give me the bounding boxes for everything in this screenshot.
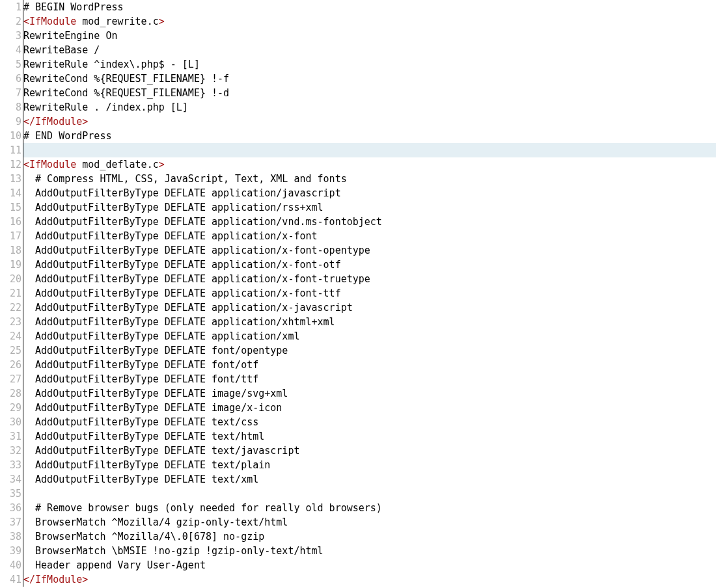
line-number: 26 [0,358,21,372]
line-number: 29 [0,401,21,415]
code-token: RewriteRule . /index.php [L] [23,101,188,113]
line-number: 4 [0,43,21,57]
code-line[interactable]: RewriteRule . /index.php [L] [23,100,716,114]
code-token: IfModule [29,159,76,170]
line-number: 32 [0,444,21,458]
code-token: RewriteRule ^index\.php$ - [L] [23,59,200,70]
code-line[interactable]: AddOutputFilterByType DEFLATE applicatio… [23,329,716,343]
code-line[interactable]: RewriteEngine On [23,29,716,43]
code-token: AddOutputFilterByType DEFLATE applicatio… [23,330,299,342]
line-number: 31 [0,429,21,444]
code-token: AddOutputFilterByType DEFLATE text/xml [23,474,258,485]
code-line[interactable]: BrowserMatch ^Mozilla/4\.0[678] no-gzip [23,529,716,544]
code-line[interactable]: <IfModule mod_deflate.c> [23,157,716,172]
code-line[interactable]: AddOutputFilterByType DEFLATE applicatio… [23,301,716,315]
code-line[interactable]: AddOutputFilterByType DEFLATE image/svg+… [23,386,716,401]
code-line[interactable]: AddOutputFilterByType DEFLATE font/otf [23,358,716,372]
code-token: AddOutputFilterByType DEFLATE text/css [23,416,258,428]
code-token: AddOutputFilterByType DEFLATE applicatio… [23,245,370,256]
code-area[interactable]: # BEGIN WordPress<IfModule mod_rewrite.c… [23,0,716,587]
code-token: AddOutputFilterByType DEFLATE applicatio… [23,187,341,199]
code-line[interactable]: AddOutputFilterByType DEFLATE applicatio… [23,229,716,243]
code-line[interactable]: AddOutputFilterByType DEFLATE font/opent… [23,343,716,358]
code-line[interactable]: AddOutputFilterByType DEFLATE image/x-ic… [23,401,716,415]
line-number: 21 [0,286,21,301]
line-number: 16 [0,215,21,229]
line-number: 37 [0,515,21,529]
code-line[interactable]: AddOutputFilterByType DEFLATE font/ttf [23,372,716,386]
code-token: BrowserMatch \bMSIE !no-gzip !gzip-only-… [23,545,324,557]
line-number: 22 [0,301,21,315]
code-token: BrowserMatch ^Mozilla/4 gzip-only-text/h… [23,516,288,528]
code-token: AddOutputFilterByType DEFLATE applicatio… [23,287,341,299]
code-token: AddOutputFilterByType DEFLATE text/html [23,431,264,442]
code-line[interactable]: <IfModule mod_rewrite.c> [23,14,716,29]
line-number: 3 [0,29,21,43]
code-line[interactable]: RewriteBase / [23,43,716,57]
code-line[interactable]: AddOutputFilterByType DEFLATE applicatio… [23,258,716,272]
line-number: 13 [0,172,21,186]
code-line[interactable]: </IfModule> [23,572,716,587]
code-token: AddOutputFilterByType DEFLATE applicatio… [23,302,353,314]
code-line[interactable]: # Remove browser bugs (only needed for r… [23,501,716,515]
code-line[interactable]: RewriteCond %{REQUEST_FILENAME} !-d [23,86,716,100]
line-number: 18 [0,243,21,258]
code-token: > [159,16,165,27]
code-token: AddOutputFilterByType DEFLATE text/javas… [23,445,299,457]
line-number: 12 [0,157,21,172]
code-token: IfModule [29,16,76,27]
code-line[interactable]: # Compress HTML, CSS, JavaScript, Text, … [23,172,716,186]
line-number: 11 [0,143,21,157]
code-line[interactable]: AddOutputFilterByType DEFLATE applicatio… [23,186,716,200]
code-token: > [159,159,165,170]
code-line[interactable]: AddOutputFilterByType DEFLATE applicatio… [23,272,716,286]
code-line[interactable]: BrowserMatch \bMSIE !no-gzip !gzip-only-… [23,544,716,558]
code-token: AddOutputFilterByType DEFLATE text/plain [23,459,270,471]
code-editor[interactable]: 1234567891011121314151617181920212223242… [0,0,716,587]
line-number: 14 [0,186,21,200]
code-line[interactable]: AddOutputFilterByType DEFLATE applicatio… [23,215,716,229]
line-number: 20 [0,272,21,286]
line-number: 7 [0,86,21,100]
line-number: 2 [0,14,21,29]
code-line[interactable]: AddOutputFilterByType DEFLATE applicatio… [23,200,716,215]
line-number: 25 [0,343,21,358]
code-line[interactable]: AddOutputFilterByType DEFLATE text/html [23,429,716,444]
code-line[interactable]: BrowserMatch ^Mozilla/4 gzip-only-text/h… [23,515,716,529]
code-token: RewriteEngine On [23,30,118,42]
line-number: 17 [0,229,21,243]
line-number: 28 [0,386,21,401]
code-token: AddOutputFilterByType DEFLATE font/otf [23,359,258,371]
code-line[interactable]: </IfModule> [23,114,716,129]
code-token: AddOutputFilterByType DEFLATE image/x-ic… [23,402,282,414]
code-line[interactable]: RewriteCond %{REQUEST_FILENAME} !-f [23,72,716,86]
code-line[interactable] [23,487,716,501]
code-token: RewriteCond %{REQUEST_FILENAME} !-f [23,73,229,85]
line-number: 39 [0,544,21,558]
code-line[interactable]: AddOutputFilterByType DEFLATE text/plain [23,458,716,472]
line-number: 27 [0,372,21,386]
code-line[interactable]: Header append Vary User-Agent [23,558,716,572]
code-token: AddOutputFilterByType DEFLATE image/svg+… [23,388,288,399]
code-line[interactable]: RewriteRule ^index\.php$ - [L] [23,57,716,72]
code-line[interactable]: AddOutputFilterByType DEFLATE applicatio… [23,315,716,329]
line-number: 5 [0,57,21,72]
line-number: 15 [0,200,21,215]
code-line[interactable]: # BEGIN WordPress [23,0,716,14]
code-line[interactable] [23,143,716,157]
code-token: IfModule [35,116,82,127]
code-line[interactable]: AddOutputFilterByType DEFLATE text/xml [23,472,716,487]
code-line[interactable]: AddOutputFilterByType DEFLATE applicatio… [23,243,716,258]
code-line[interactable]: AddOutputFilterByType DEFLATE text/css [23,415,716,429]
code-line[interactable]: # END WordPress [23,129,716,143]
code-token: # BEGIN WordPress [23,1,124,13]
code-token: < [23,159,29,170]
line-number: 1 [0,0,21,14]
line-number: 23 [0,315,21,329]
code-line[interactable]: AddOutputFilterByType DEFLATE text/javas… [23,444,716,458]
line-number: 30 [0,415,21,429]
code-token: </ [23,116,35,127]
code-token: > [82,116,88,127]
line-number: 33 [0,458,21,472]
code-line[interactable]: AddOutputFilterByType DEFLATE applicatio… [23,286,716,301]
